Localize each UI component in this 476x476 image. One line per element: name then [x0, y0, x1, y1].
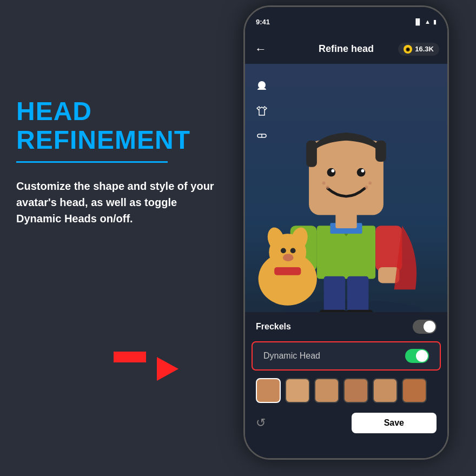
heading-line2: REFINEMENT [16, 126, 222, 155]
coin-value: 16.3K [415, 45, 434, 53]
svg-point-19 [357, 168, 366, 177]
svg-point-22 [322, 181, 326, 184]
bottom-actions: ↺ Save [245, 408, 447, 438]
status-bar: 9:41 ▐▌ ▲ ▮ [245, 7, 447, 34]
svg-point-18 [327, 168, 336, 177]
svg-rect-27 [375, 141, 386, 162]
dynamic-head-label: Dynamic Head [263, 351, 320, 361]
svg-rect-13 [347, 276, 368, 314]
freckels-row: Freckels [245, 312, 447, 339]
swatch-4[interactable] [343, 378, 368, 403]
swatch-5[interactable] [373, 378, 398, 403]
svg-point-34 [283, 254, 294, 261]
status-time: 9:41 [256, 16, 270, 26]
dynamic-head-toggle[interactable] [405, 349, 429, 363]
svg-point-20 [331, 169, 334, 173]
refresh-icon[interactable]: ↺ [256, 416, 266, 430]
accessory-icon[interactable] [253, 127, 270, 144]
page-title: Refine head [319, 43, 374, 55]
svg-point-21 [361, 169, 365, 173]
bottom-panel: Freckels Dynamic Head ↺ Save [245, 312, 447, 458]
swatch-6[interactable] [402, 378, 427, 403]
back-button[interactable]: ← [255, 42, 267, 56]
swatches-row [245, 373, 447, 408]
freckels-toggle[interactable] [413, 320, 437, 334]
svg-point-32 [281, 248, 286, 253]
left-panel: HEAD REFINEMENT Customize the shape and … [16, 97, 222, 227]
description: Customize the shape and style of your av… [16, 178, 222, 227]
freckels-label: Freckels [256, 322, 291, 332]
head-icon[interactable] [253, 77, 270, 95]
svg-rect-26 [306, 141, 317, 167]
arrow-shaft [114, 352, 146, 362]
svg-point-33 [290, 248, 296, 253]
coin-icon: ◉ [404, 45, 412, 54]
heading-underline [16, 161, 168, 163]
swatch-1[interactable] [256, 378, 281, 403]
coin-badge: ◉ 16.3K [398, 43, 439, 56]
swatch-2[interactable] [285, 378, 310, 403]
heading-line1: HEAD [16, 97, 222, 126]
heading: HEAD REFINEMENT [16, 97, 222, 155]
svg-point-23 [326, 186, 329, 189]
status-icons: ▐▌ ▲ ▮ [414, 16, 437, 25]
avatar-area [245, 64, 447, 329]
save-button[interactable]: Save [352, 413, 437, 433]
arrow-container [157, 357, 178, 381]
swatch-3[interactable] [314, 378, 339, 403]
wifi-icon: ▲ [425, 18, 431, 25]
svg-rect-35 [274, 267, 301, 275]
side-icons [253, 77, 270, 144]
svg-point-24 [368, 181, 372, 184]
dynamic-head-row: Dynamic Head [252, 341, 441, 371]
signal-icon: ▐▌ [414, 18, 422, 25]
svg-rect-12 [324, 276, 345, 314]
app-header: ← Refine head ◉ 16.3K [245, 34, 447, 64]
svg-rect-17 [309, 141, 384, 215]
svg-point-25 [365, 186, 368, 189]
shirt-icon[interactable] [253, 102, 270, 120]
svg-point-0 [258, 81, 266, 89]
phone: 9:41 ▐▌ ▲ ▮ ← Refine head ◉ 16.3K [243, 5, 449, 460]
arrow-head [157, 357, 178, 381]
phone-wrapper: 9:41 ▐▌ ▲ ▮ ← Refine head ◉ 16.3K [243, 5, 460, 471]
battery-icon: ▮ [433, 18, 437, 25]
